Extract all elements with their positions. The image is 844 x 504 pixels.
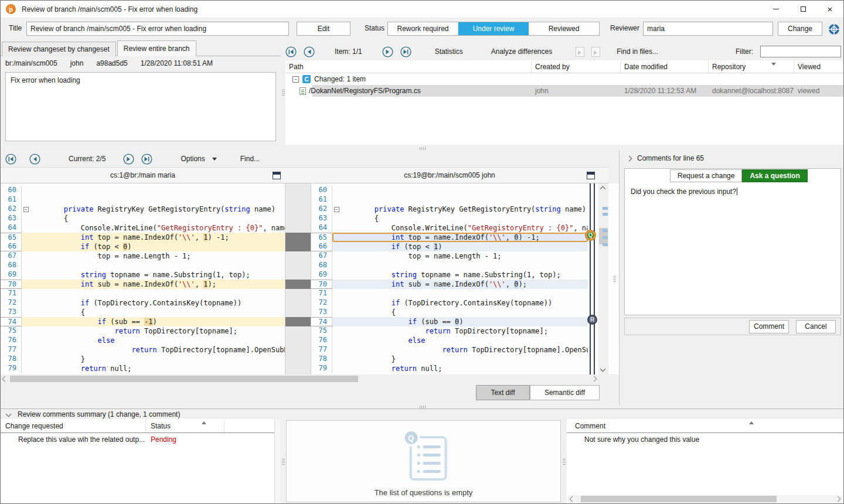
review-title-input[interactable]: Review of branch /main/scm005 - Fix erro… bbox=[26, 22, 289, 36]
line-number[interactable]: 79 bbox=[311, 364, 332, 373]
scroll-right-icon[interactable] bbox=[835, 496, 841, 502]
right-pane-window-icon[interactable] bbox=[587, 172, 595, 179]
previous-item-button[interactable] bbox=[304, 46, 315, 57]
column-viewed[interactable]: Viewed bbox=[794, 60, 844, 73]
edit-button[interactable]: Edit bbox=[297, 22, 350, 36]
code-line-65[interactable]: 65 int top = name.IndexOf('\\', 0) -1; bbox=[311, 233, 588, 242]
line-number[interactable]: 73 bbox=[1, 308, 22, 317]
line-number[interactable]: 60 bbox=[311, 186, 332, 195]
options-button[interactable]: Options bbox=[181, 155, 205, 163]
semantic-diff-button[interactable]: Semantic diff bbox=[530, 385, 600, 400]
main-horizontal-splitter[interactable] bbox=[1, 146, 844, 151]
status-rework-required-button[interactable]: Rework required bbox=[388, 22, 458, 35]
text-diff-button[interactable]: Text diff bbox=[476, 385, 530, 400]
ask-a-question-button[interactable]: Ask a question bbox=[742, 169, 807, 182]
line-number[interactable]: 75 bbox=[1, 326, 22, 336]
code-line-63[interactable]: 63 { bbox=[1, 214, 285, 223]
code-line-67[interactable]: 67 top = name.Length - 1; bbox=[311, 251, 588, 261]
line-number[interactable]: 68 bbox=[1, 261, 22, 270]
file-path-cell[interactable]: /DokanNet/RegistoryFS/Program.cs bbox=[285, 87, 532, 95]
code-line-73[interactable]: 73 { bbox=[311, 308, 588, 317]
line-number[interactable]: 67 bbox=[311, 251, 332, 261]
file-row[interactable]: /DokanNet/RegistoryFS/Program.cs john 1/… bbox=[285, 85, 843, 97]
code-line-75[interactable]: 75 return TopDirectory[topname]; bbox=[311, 326, 588, 336]
bottom-right-splitter[interactable] bbox=[561, 419, 567, 504]
request-a-change-button[interactable]: Request a change bbox=[670, 169, 742, 182]
line-number[interactable]: 73 bbox=[311, 308, 332, 317]
change-request-row[interactable]: Replace this value wih the related outp.… bbox=[1, 433, 280, 446]
analyze-differences-button[interactable]: Analyze differences bbox=[491, 47, 553, 56]
filter-input[interactable] bbox=[760, 46, 841, 57]
close-button[interactable]: × bbox=[816, 1, 843, 18]
code-line-66[interactable]: 66 if (top < 0) bbox=[1, 242, 285, 251]
code-line-79[interactable]: 79 return null; bbox=[311, 364, 588, 373]
status-reviewed-button[interactable]: Reviewed bbox=[529, 22, 599, 35]
scroll-down-icon[interactable] bbox=[600, 366, 606, 372]
line-number[interactable]: 61 bbox=[311, 195, 332, 205]
line-number[interactable]: 64 bbox=[311, 223, 332, 233]
line-number[interactable]: 69 bbox=[1, 270, 22, 280]
comment-draft-input[interactable]: Did you check the previous input? bbox=[631, 188, 836, 311]
line-number[interactable]: 74 bbox=[1, 317, 22, 326]
column-repository[interactable]: Repository bbox=[709, 60, 794, 73]
last-diff-button[interactable] bbox=[141, 154, 152, 165]
code-line-74[interactable]: 74 if (sub == 0) bbox=[311, 317, 588, 326]
code-line-61[interactable]: 61 bbox=[311, 195, 588, 205]
status-under-review-button[interactable]: Under review bbox=[458, 22, 529, 35]
collapse-summary-icon[interactable] bbox=[6, 411, 12, 417]
column-comment[interactable]: Comment bbox=[567, 419, 843, 433]
code-line-66[interactable]: 66 if (top < 1) bbox=[311, 242, 588, 251]
line-number[interactable]: 75 bbox=[311, 326, 332, 336]
line-number[interactable]: 71 bbox=[311, 289, 332, 298]
find-in-files-button[interactable]: Find in files... bbox=[617, 47, 658, 56]
collapse-region-icon[interactable]: − bbox=[23, 207, 29, 212]
line-number[interactable]: 69 bbox=[311, 270, 332, 280]
comment-submit-button[interactable]: Comment bbox=[749, 320, 789, 333]
reviewer-input[interactable]: maria bbox=[643, 22, 773, 36]
code-line-76[interactable]: 76 else bbox=[311, 336, 588, 345]
diff-vertical-scrollbar[interactable] bbox=[598, 183, 608, 374]
scroll-left-icon[interactable] bbox=[570, 496, 576, 502]
comment-cancel-button[interactable]: Cancel bbox=[796, 320, 836, 333]
find-button[interactable]: Find... bbox=[240, 155, 260, 163]
code-line-64[interactable]: 64 Console.WriteLine("GetRegistoryEntry … bbox=[1, 223, 285, 233]
changed-group-row[interactable]: − C Changed: 1 item bbox=[285, 73, 843, 85]
code-line-71[interactable]: 71 bbox=[1, 289, 285, 298]
line-number[interactable]: 74 bbox=[311, 317, 332, 326]
code-line-72[interactable]: 72 if (TopDirectory.ContainsKey(topname)… bbox=[311, 298, 588, 308]
collapse-comments-icon[interactable] bbox=[627, 155, 632, 161]
line-number[interactable]: 70 bbox=[311, 280, 332, 289]
next-diff-button[interactable] bbox=[123, 154, 134, 165]
line-number[interactable]: 71 bbox=[1, 289, 22, 298]
code-line-73[interactable]: 73 { bbox=[1, 308, 285, 317]
code-line-74[interactable]: 74 if (sub == -1) bbox=[1, 317, 285, 326]
comments-horizontal-scrollbar[interactable] bbox=[568, 495, 842, 503]
tab-review-changeset-by-changeset[interactable]: Review changeset by changeset bbox=[2, 42, 116, 56]
line-number[interactable]: 65 bbox=[311, 233, 332, 242]
code-line-69[interactable]: 69 string topname = name.Substring(1, to… bbox=[311, 270, 588, 280]
line-number[interactable]: 72 bbox=[311, 298, 332, 308]
line-number[interactable]: 62 bbox=[1, 205, 22, 214]
line-number[interactable]: 66 bbox=[311, 242, 332, 251]
code-line-77[interactable]: 77 return TopDirectory[topname].OpenSubK… bbox=[1, 345, 285, 355]
column-path[interactable]: Path bbox=[285, 60, 532, 73]
next-diff-file-icon[interactable] bbox=[591, 47, 600, 57]
left-pane-window-icon[interactable] bbox=[273, 172, 281, 179]
tab-review-entire-branch[interactable]: Review entire branch bbox=[117, 40, 196, 56]
next-item-button[interactable] bbox=[382, 46, 393, 57]
code-line-70[interactable]: 70 int sub = name.IndexOf('\\', 1); bbox=[1, 280, 285, 289]
code-line-77[interactable]: 77 return TopDirectory[topname].OpenSubK… bbox=[311, 345, 588, 355]
code-line-64[interactable]: 64 Console.WriteLine("GetRegistoryEntry … bbox=[311, 223, 588, 233]
line-number[interactable]: 77 bbox=[311, 345, 332, 355]
diff-horizontal-scrollbar[interactable] bbox=[1, 374, 598, 383]
line-number[interactable]: 64 bbox=[1, 223, 22, 233]
line-number[interactable]: 65 bbox=[1, 233, 22, 242]
diff-comments-splitter[interactable] bbox=[610, 183, 619, 374]
top-panels-splitter[interactable] bbox=[281, 39, 285, 146]
collapse-region-icon[interactable]: − bbox=[334, 207, 339, 212]
line-number[interactable]: 72 bbox=[1, 298, 22, 308]
column-change-requested[interactable]: Change requested bbox=[1, 419, 146, 433]
code-line-75[interactable]: 75 return TopDirectory[topname]; bbox=[1, 326, 285, 336]
column-created-by[interactable]: Created by bbox=[532, 60, 621, 73]
options-dropdown-icon[interactable] bbox=[212, 158, 217, 161]
